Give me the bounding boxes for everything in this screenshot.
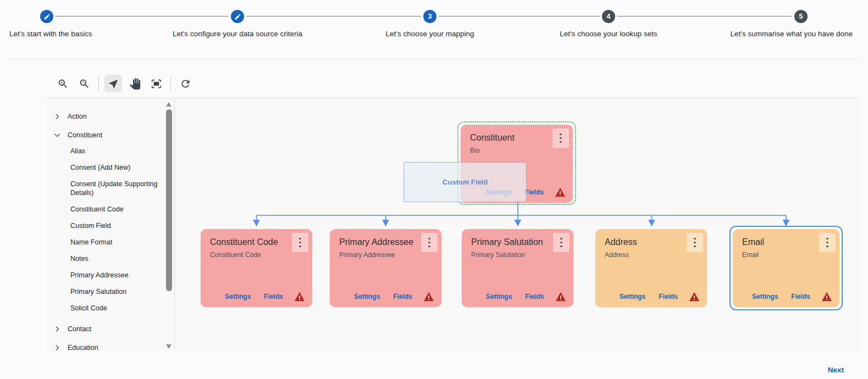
tree-item-name-format[interactable]: Name Format (70, 237, 161, 247)
node-subtitle: Constituent Code (210, 251, 312, 259)
zoom-out-button[interactable] (75, 75, 93, 92)
warning-icon (423, 292, 434, 302)
node-subtitle: Email (742, 251, 839, 259)
settings-link[interactable]: Settings (225, 293, 251, 300)
tree-group-label: Constituent (68, 131, 102, 139)
node-email[interactable]: Email Email Settings Fields (733, 229, 839, 307)
hand-icon (129, 78, 141, 90)
zoom-in-button[interactable] (54, 75, 71, 92)
node-subtitle: Primary Salutation (471, 251, 573, 259)
settings-link[interactable]: Settings (620, 293, 645, 300)
chevron-right-icon (53, 113, 61, 120)
scroll-down-arrow[interactable] (166, 344, 172, 349)
kebab-menu-icon[interactable] (292, 233, 308, 252)
fields-link[interactable]: Fields (264, 293, 283, 300)
fields-link[interactable]: Fields (524, 188, 544, 196)
step-number: 5 (799, 13, 803, 20)
kebab-menu-icon[interactable] (687, 233, 703, 252)
kebab-menu-icon[interactable] (553, 233, 570, 252)
kebab-menu-icon[interactable] (819, 233, 836, 252)
node-address[interactable]: Address Address Settings Fields (595, 229, 707, 307)
mapping-workspace: Action Constituent Alias Consent (Add Ne… (47, 98, 859, 352)
node-subtitle: Primary Addressee (339, 251, 441, 259)
step-2-circle[interactable] (231, 10, 244, 23)
step-1-circle[interactable] (40, 10, 53, 23)
tree-item-constituent-code[interactable]: Constituent Code (70, 204, 161, 214)
step-number: 4 (607, 13, 611, 20)
warning-icon (555, 187, 566, 197)
source-tree-panel: Action Constituent Alias Consent (Add Ne… (47, 98, 175, 352)
tree-group-label: Education (68, 344, 98, 352)
refresh-button[interactable] (176, 75, 194, 92)
warning-icon (821, 292, 832, 302)
step-5-circle[interactable]: 5 (794, 10, 808, 23)
tree-item-primary-addressee[interactable]: Primary Addressee (70, 270, 161, 280)
tree-group-action[interactable]: Action (53, 107, 161, 126)
tree-item-consent-add-new[interactable]: Consent (Add New) (70, 163, 161, 172)
refresh-icon (180, 78, 191, 90)
tree-group-contact[interactable]: Contact (53, 320, 161, 338)
tree-item-solicit-code[interactable]: Solicit Code (70, 303, 161, 313)
drag-ghost-custom-field[interactable]: Custom Field (403, 162, 527, 202)
toolbar-divider (170, 77, 171, 91)
chevron-right-icon (53, 344, 61, 352)
node-constituent-code[interactable]: Constituent Code Constituent Code Settin… (201, 229, 312, 307)
source-tree: Action Constituent Alias Consent (Add Ne… (47, 98, 174, 352)
warning-icon (294, 292, 305, 302)
zoom-in-icon (57, 78, 69, 90)
stepper-connector (246, 16, 421, 16)
scroll-up-arrow[interactable] (166, 102, 172, 107)
fit-view-button[interactable] (147, 75, 165, 92)
toolbar-divider (98, 77, 99, 91)
fields-link[interactable]: Fields (659, 293, 678, 300)
stepper-connector (56, 16, 229, 16)
step-4-circle[interactable]: 4 (602, 10, 615, 23)
step-4-label: Let's choose your lookup sets (560, 30, 657, 38)
tree-group-label: Contact (68, 325, 91, 333)
tree-group-constituent[interactable]: Constituent (53, 126, 161, 144)
edit-icon (43, 13, 51, 20)
settings-link[interactable]: Settings (752, 293, 778, 300)
node-primary-addressee[interactable]: Primary Addressee Primary Addressee Sett… (330, 229, 441, 307)
next-button[interactable]: Next (828, 366, 844, 374)
tree-item-consent-update[interactable]: Consent (Update Supporting Details) (70, 179, 161, 197)
tree-children: Alias Consent (Add New) Consent (Update … (70, 146, 161, 313)
node-subtitle: Address (605, 251, 707, 259)
drag-ghost-label: Custom Field (443, 178, 488, 186)
chevron-down-icon (53, 131, 61, 139)
settings-link[interactable]: Settings (486, 293, 512, 300)
stepper-connector (617, 16, 792, 16)
tree-item-primary-salutation[interactable]: Primary Salutation (70, 287, 161, 296)
select-navigate-button[interactable] (104, 75, 122, 92)
tree-item-custom-field[interactable]: Custom Field (70, 221, 161, 230)
tree-group-label: Action (68, 113, 87, 120)
step-1-label: Let's start with the basics (9, 30, 92, 38)
step-5-label: Let's summarise what you have done (731, 30, 853, 38)
scrollbar-thumb[interactable] (166, 109, 172, 291)
stepper-connector (439, 16, 600, 16)
kebab-menu-icon[interactable] (421, 233, 438, 252)
tree-group-education[interactable]: Education (53, 338, 161, 352)
tree-item-alias[interactable]: Alias (70, 146, 161, 155)
mapping-canvas[interactable]: Constituent Bio Settings Fields Custom F… (175, 98, 859, 352)
step-2-label: Let's configure your data source criteri… (173, 30, 302, 38)
warning-icon (555, 292, 566, 302)
step-3-circle[interactable]: 3 (423, 10, 436, 23)
tree-item-notes[interactable]: Notes (70, 254, 161, 263)
edit-icon (234, 13, 241, 20)
sidebar-scrollbar[interactable] (165, 101, 173, 350)
step-3-label: Let's choose your mapping (386, 30, 474, 38)
fit-screen-icon (151, 78, 162, 90)
fields-link[interactable]: Fields (791, 293, 810, 300)
canvas-toolbar (54, 75, 194, 92)
warning-icon (689, 292, 700, 302)
fields-link[interactable]: Fields (525, 293, 544, 300)
chevron-right-icon (53, 325, 61, 333)
settings-link[interactable]: Settings (354, 293, 380, 300)
node-primary-salutation[interactable]: Primary Salutation Primary Salutation Se… (462, 229, 573, 307)
kebab-menu-icon[interactable] (552, 129, 569, 148)
fields-link[interactable]: Fields (393, 293, 412, 300)
pan-button[interactable] (126, 75, 143, 92)
header-divider (9, 59, 859, 59)
cursor-arrow-icon (108, 78, 119, 90)
